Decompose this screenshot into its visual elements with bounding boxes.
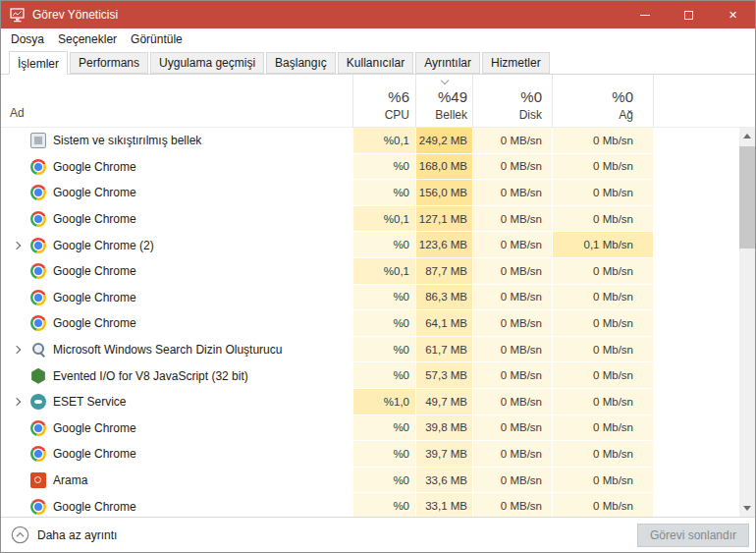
- tab-hizmetler[interactable]: Hizmetler: [482, 52, 550, 74]
- disk-cell: 0 MB/sn: [472, 258, 552, 285]
- end-task-button[interactable]: Görevi sonlandır: [637, 524, 749, 547]
- expand-chevron-icon[interactable]: [7, 415, 27, 442]
- process-name: Google Chrome: [53, 316, 352, 330]
- scroll-down-button[interactable]: [739, 500, 755, 517]
- expand-chevron-icon[interactable]: [7, 258, 27, 285]
- process-row[interactable]: Google Chrome %0,1 87,7 MB 0 MB/sn 0 Mb/…: [1, 258, 755, 285]
- name-column-header[interactable]: Ad: [1, 75, 352, 127]
- expand-chevron-icon[interactable]: [7, 285, 27, 311]
- close-button[interactable]: ✕: [711, 1, 755, 28]
- process-row[interactable]: Sistem ve sıkıştırılmış bellek %0,1 249,…: [1, 128, 755, 154]
- process-row[interactable]: ESET Service %1,0 49,7 MB 0 MB/sn 0 Mb/s…: [1, 389, 755, 415]
- tab-ayrintilar[interactable]: Ayrıntılar: [415, 52, 480, 74]
- network-cell: 0,1 Mb/sn: [552, 232, 653, 258]
- sort-descending-icon: [441, 78, 449, 85]
- cpu-cell: %0: [352, 285, 415, 311]
- network-cell: 0 Mb/sn: [552, 468, 653, 494]
- title-bar: Görev Yöneticisi ✕: [1, 1, 755, 28]
- process-row[interactable]: Google Chrome %0 168,0 MB 0 MB/sn 0 Mb/s…: [1, 154, 755, 181]
- memory-cell: 127,1 MB: [415, 206, 472, 233]
- expand-chevron-icon[interactable]: [7, 206, 27, 233]
- expand-chevron-icon[interactable]: [7, 362, 27, 389]
- process-name: Sistem ve sıkıştırılmış bellek: [53, 134, 352, 147]
- chrome-icon: [30, 238, 46, 253]
- expand-chevron-icon[interactable]: [7, 441, 27, 468]
- tab-uygulama-gec-mis-i[interactable]: Uygulama geçmişi: [150, 52, 264, 74]
- cpu-cell: %0,1: [352, 128, 415, 154]
- task-manager-app-icon: [10, 8, 26, 23]
- network-cell: 0 Mb/sn: [552, 441, 653, 468]
- process-row[interactable]: Google Chrome %0 39,7 MB 0 MB/sn 0 Mb/sn: [1, 441, 755, 468]
- expand-chevron-icon[interactable]: [7, 493, 27, 517]
- memory-cell: 64,1 MB: [415, 310, 472, 337]
- tab-i-s-lemler[interactable]: İşlemler: [9, 51, 68, 75]
- network-cell: 0 Mb/sn: [552, 285, 653, 311]
- expand-chevron-icon[interactable]: [7, 389, 27, 415]
- minimize-icon: [640, 15, 650, 16]
- column-title: Bellek: [435, 108, 467, 122]
- menu-item-go-ru-ntu-le[interactable]: Görüntüle: [124, 30, 189, 48]
- close-icon: ✕: [729, 10, 737, 21]
- memory-cell: 39,8 MB: [415, 415, 472, 442]
- fewer-details-toggle[interactable]: Daha az ayrıntı: [11, 525, 117, 544]
- triangle-up-icon: [743, 134, 751, 138]
- cpu-cell: %0: [352, 154, 415, 181]
- tab-bar: İşlemlerPerformansUygulama geçmişiBaşlan…: [1, 50, 755, 75]
- process-row[interactable]: Google Chrome %0 64,1 MB 0 MB/sn 0 Mb/sn: [1, 310, 755, 337]
- menu-item-dosya[interactable]: Dosya: [4, 30, 51, 48]
- process-row[interactable]: Microsoft Windows Search Dizin Oluşturuc…: [1, 337, 755, 363]
- expand-chevron-icon[interactable]: [7, 337, 27, 363]
- column-header-mem[interactable]: %49Bellek: [415, 75, 472, 127]
- process-name: Google Chrome: [53, 186, 352, 199]
- expand-chevron-icon[interactable]: [7, 232, 27, 258]
- process-name: Google Chrome: [53, 500, 352, 514]
- tab-bas-langic[interactable]: Başlangıç: [266, 52, 336, 74]
- disk-cell: 0 MB/sn: [472, 362, 552, 389]
- cpu-cell: %0: [352, 493, 415, 517]
- process-row[interactable]: Google Chrome %0 86,3 MB 0 MB/sn 0 Mb/sn: [1, 285, 755, 311]
- column-headers: %6CPU%49Bellek%0Disk%0Ağ: [352, 75, 653, 127]
- tab-kullanicilar[interactable]: Kullanıcılar: [338, 52, 413, 74]
- menu-item-sec-enekler[interactable]: Seçenekler: [51, 30, 124, 48]
- task-manager-window: Görev Yöneticisi ✕ DosyaSeçeneklerGörünt…: [0, 0, 756, 553]
- node-icon: [30, 368, 46, 384]
- process-row[interactable]: Google Chrome %0 156,0 MB 0 MB/sn 0 Mb/s…: [1, 180, 755, 206]
- expand-chevron-icon[interactable]: [7, 310, 27, 337]
- memory-cell: 87,7 MB: [415, 258, 472, 285]
- process-row[interactable]: Evented I/O for V8 JavaScript (32 bit) %…: [1, 362, 755, 389]
- expand-chevron-icon[interactable]: [7, 468, 27, 494]
- column-header-cpu[interactable]: %6CPU: [352, 75, 415, 127]
- column-title: Disk: [519, 108, 542, 122]
- disk-cell: 0 MB/sn: [472, 415, 552, 442]
- expand-chevron-icon[interactable]: [7, 128, 27, 154]
- memory-cell: 33,6 MB: [415, 468, 472, 494]
- cpu-cell: %0: [352, 310, 415, 337]
- process-name: Google Chrome (2): [53, 239, 352, 252]
- chrome-icon: [30, 263, 46, 279]
- scroll-up-button[interactable]: [739, 128, 755, 144]
- process-row[interactable]: Arama %0 33,6 MB 0 MB/sn 0 Mb/sn: [1, 468, 755, 494]
- process-row[interactable]: Google Chrome %0,1 127,1 MB 0 MB/sn 0 Mb…: [1, 206, 755, 233]
- minimize-button[interactable]: [622, 1, 667, 28]
- column-header-net[interactable]: %0Ağ: [552, 75, 653, 127]
- chrome-icon: [30, 420, 46, 436]
- scrollbar-thumb[interactable]: [739, 146, 755, 249]
- process-row[interactable]: Google Chrome (2) %0 123,6 MB 0 MB/sn 0,…: [1, 232, 755, 258]
- disk-cell: 0 MB/sn: [472, 128, 552, 154]
- eset-icon: [30, 394, 46, 410]
- column-header-disk[interactable]: %0Disk: [472, 75, 552, 127]
- tab-performans[interactable]: Performans: [70, 52, 148, 74]
- maximize-button[interactable]: [667, 1, 711, 28]
- maximize-icon: [684, 11, 693, 20]
- memory-cell: 156,0 MB: [415, 180, 472, 206]
- chrome-icon: [30, 315, 46, 331]
- process-row[interactable]: Google Chrome %0 33,1 MB 0 MB/sn 0 Mb/sn: [1, 493, 755, 517]
- arama-icon: [30, 472, 46, 488]
- vertical-scrollbar[interactable]: [739, 128, 755, 517]
- expand-chevron-icon[interactable]: [7, 180, 27, 206]
- expand-chevron-icon[interactable]: [7, 154, 27, 181]
- chevron-up-circle-icon: [11, 525, 29, 544]
- process-row[interactable]: Google Chrome %0 39,8 MB 0 MB/sn 0 Mb/sn: [1, 415, 755, 442]
- cpu-cell: %0: [352, 337, 415, 363]
- memory-cell: 49,7 MB: [415, 389, 472, 415]
